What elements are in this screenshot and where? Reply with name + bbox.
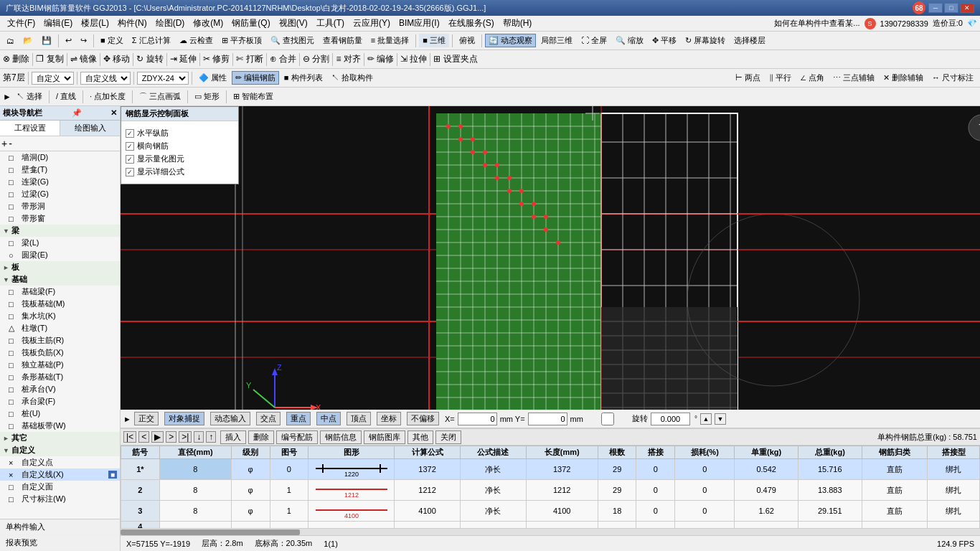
tree-item-strip-found[interactable]: □ 条形基础(T) bbox=[0, 371, 120, 383]
tree-item-lintel[interactable]: □ 过梁(G) bbox=[0, 188, 120, 200]
close-btn[interactable]: ✕ bbox=[960, 3, 974, 13]
copy-btn[interactable]: ❐ 复制 bbox=[36, 53, 63, 65]
sidebar-pin[interactable]: 📌 bbox=[72, 108, 82, 118]
sidebar-close[interactable]: ✕ bbox=[110, 108, 117, 118]
menu-bim[interactable]: BIM应用(I) bbox=[395, 16, 444, 31]
sidebar-minus-icon[interactable]: - bbox=[9, 138, 12, 149]
btn-nav-last[interactable]: >| bbox=[179, 431, 192, 443]
btn-zoom[interactable]: 🔍 缩放 bbox=[612, 34, 647, 47]
tree-section-other[interactable]: ► 其它 bbox=[0, 432, 120, 444]
table-row[interactable]: 4 bbox=[121, 522, 980, 529]
btn-smart-place[interactable]: ⊞ 智能布置 bbox=[230, 90, 277, 103]
btn-point-length[interactable]: · 点加长度 bbox=[86, 90, 129, 103]
tree-item-raft[interactable]: □ 筏板基础(M) bbox=[0, 298, 120, 310]
menu-floor[interactable]: 楼层(L) bbox=[77, 16, 113, 31]
btn-batch-select[interactable]: ≡ 批量选择 bbox=[367, 34, 413, 47]
btn-summary[interactable]: Σ 汇总计算 bbox=[128, 34, 174, 47]
btn-point-angle[interactable]: ∠ 点角 bbox=[796, 71, 828, 85]
set-clip-btn[interactable]: ⊞ 设置夹点 bbox=[433, 53, 477, 65]
delete-btn[interactable]: ⊗ 删除 bbox=[3, 53, 29, 65]
btn-nav-first[interactable]: |< bbox=[123, 431, 136, 443]
btn-rebar-info[interactable]: 钢筋信息 bbox=[320, 430, 362, 444]
maximize-btn[interactable]: □ bbox=[944, 3, 958, 13]
btn-parallel[interactable]: ∥ 平行 bbox=[765, 71, 795, 85]
btn-coord[interactable]: 坐标 bbox=[377, 412, 401, 425]
btn-pan[interactable]: ✥ 平移 bbox=[649, 34, 680, 47]
tree-item-connect-beam[interactable]: □ 连梁(G) bbox=[0, 176, 120, 188]
btn-define[interactable]: ■ 定义 bbox=[97, 34, 127, 47]
minimize-btn[interactable]: ─ bbox=[928, 3, 943, 13]
tree-section-custom[interactable]: ▼ 自定义 bbox=[0, 444, 120, 456]
x-input[interactable] bbox=[458, 413, 497, 425]
btn-fullscreen[interactable]: ⛶ 全屏 bbox=[578, 34, 611, 47]
rotate-checkbox[interactable] bbox=[586, 413, 629, 425]
chk-show-formula[interactable] bbox=[126, 168, 134, 176]
tree-item-raft-neg[interactable]: □ 筏板负筋(X) bbox=[0, 347, 120, 359]
btn-undo[interactable]: ↩ bbox=[62, 34, 75, 47]
btn-rect[interactable]: ▭ 矩形 bbox=[191, 90, 223, 103]
menu-online[interactable]: 在线服务(S) bbox=[444, 16, 499, 31]
tree-item-round-beam[interactable]: ○ 圆梁(E) bbox=[0, 249, 120, 261]
btn-cloud-check[interactable]: ☁ 云检查 bbox=[176, 34, 217, 47]
table-row[interactable]: 1* 8 φ 0 bbox=[121, 459, 980, 480]
sidebar-project-setup[interactable]: 工程设置 bbox=[0, 121, 60, 136]
table-row[interactable]: 2 8 φ 1 1212 1212 净长 bbox=[121, 480, 980, 501]
table-scrollbar[interactable] bbox=[121, 528, 980, 535]
rotate-input[interactable] bbox=[651, 413, 690, 425]
tree-item-raft-main[interactable]: □ 筏板主筋(R) bbox=[0, 334, 120, 347]
btn-dynamic-observe[interactable]: 🔄 动态观察 bbox=[485, 34, 536, 47]
menu-draw[interactable]: 绘图(D) bbox=[151, 16, 189, 31]
chk-horiz-rebar[interactable] bbox=[126, 129, 134, 138]
btn-obj-snap[interactable]: 对象捕捉 bbox=[164, 412, 204, 425]
menu-tools[interactable]: 工具(T) bbox=[312, 16, 349, 31]
extend-btn[interactable]: ⇥ 延伸 bbox=[170, 53, 197, 65]
btn-other[interactable]: 其他 bbox=[407, 430, 433, 444]
chk-show-qty[interactable] bbox=[126, 155, 134, 164]
btn-top-view[interactable]: 俯视 bbox=[456, 34, 479, 47]
menu-component[interactable]: 构件(N) bbox=[113, 16, 151, 31]
split-btn[interactable]: ⊖ 分割 bbox=[303, 53, 329, 65]
tree-section-foundation[interactable]: ▼ 基础 bbox=[0, 273, 120, 286]
tree-item-beam[interactable]: □ 梁(L) bbox=[0, 237, 120, 249]
chk-transverse-rebar[interactable] bbox=[126, 142, 134, 151]
menu-modify[interactable]: 修改(M) bbox=[189, 16, 227, 31]
sougou-icon[interactable]: S bbox=[864, 18, 876, 29]
align-btn[interactable]: ≡ 对齐 bbox=[336, 53, 360, 65]
btn-pick-component[interactable]: ↖ 拾取构件 bbox=[328, 71, 377, 85]
btn-select-tool[interactable]: ↖ 选择 bbox=[13, 90, 46, 103]
tree-item-custom-point[interactable]: × 自定义点 bbox=[0, 456, 120, 468]
btn-line[interactable]: / 直线 bbox=[52, 90, 80, 103]
tree-section-beam[interactable]: ▼ 梁 bbox=[0, 225, 120, 237]
sidebar-add-icon[interactable]: + bbox=[1, 138, 7, 149]
btn-three-point-aux[interactable]: ⋯ 三点辅轴 bbox=[829, 71, 878, 85]
tree-item-custom-line[interactable]: × 自定义线(X) ■ bbox=[0, 468, 120, 481]
menu-view[interactable]: 视图(V) bbox=[275, 16, 312, 31]
tree-section-slab[interactable]: ► 板 bbox=[0, 261, 120, 273]
btn-3d[interactable]: ■ 三维 bbox=[419, 34, 449, 47]
btn-nav-prev[interactable]: < bbox=[138, 431, 149, 443]
menu-rebar-qty[interactable]: 钢筋量(Q) bbox=[227, 16, 274, 31]
btn-select-floor[interactable]: 选择楼层 bbox=[730, 34, 769, 47]
btn-three-arc[interactable]: ⌒ 三点画弧 bbox=[136, 90, 184, 103]
menu-help[interactable]: 帮助(H) bbox=[499, 16, 537, 31]
btn-component-list[interactable]: ■ 构件列表 bbox=[281, 71, 326, 85]
sidebar-draw-input[interactable]: 绘图输入 bbox=[60, 121, 120, 136]
btn-intersection[interactable]: 交点 bbox=[256, 412, 281, 425]
btn-property[interactable]: 🔷 属性 bbox=[195, 71, 230, 85]
btn-new[interactable]: 🗂 bbox=[3, 35, 18, 47]
tree-item-found-beam[interactable]: □ 基础梁(F) bbox=[0, 286, 120, 298]
btn-local-3d[interactable]: 局部三维 bbox=[537, 34, 576, 47]
btn-dim-mark[interactable]: ↔ 尺寸标注 bbox=[928, 71, 977, 85]
btn-nav-up[interactable]: ↑ bbox=[206, 431, 216, 443]
viewport[interactable]: 7 Z X Y bbox=[121, 106, 980, 410]
rotate-btn[interactable]: ↻ 旋转 bbox=[136, 53, 163, 65]
btn-midpoint2[interactable]: 重点 bbox=[286, 412, 311, 425]
btn-save[interactable]: 💾 bbox=[38, 34, 55, 47]
mirror-btn[interactable]: ⇌ 镜像 bbox=[70, 53, 97, 65]
tree-item-isolated-found[interactable]: □ 独立基础(P) bbox=[0, 359, 120, 371]
btn-num-config[interactable]: 编号配筋 bbox=[276, 430, 318, 444]
btn-view-rebar[interactable]: 查看钢筋量 bbox=[319, 34, 366, 47]
btn-vertex[interactable]: 顶点 bbox=[347, 412, 371, 425]
btn-open[interactable]: 📂 bbox=[19, 34, 37, 47]
menu-cloud[interactable]: 云应用(Y) bbox=[349, 16, 395, 31]
